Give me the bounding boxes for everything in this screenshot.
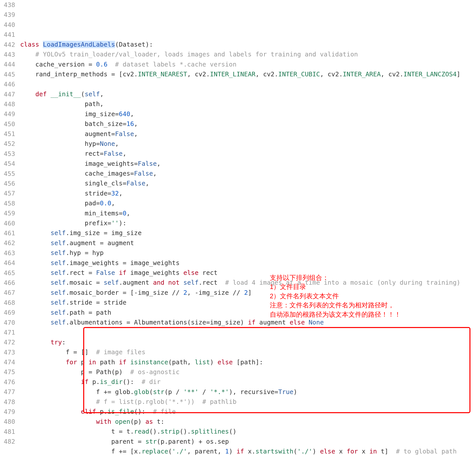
line-number: 460 [3, 218, 15, 228]
line-number: 471 [3, 328, 15, 337]
code-line[interactable]: self.mosaic_border = [-img_size // 2, -i… [20, 288, 476, 298]
code-line[interactable]: pad=0.0, [20, 198, 476, 208]
code-line[interactable]: self.hyp = hyp [20, 248, 476, 258]
code-line[interactable]: stride=32, [20, 188, 476, 198]
code-line[interactable]: parent = str(p.parent) + os.sep [20, 437, 476, 446]
line-number: 473 [3, 347, 15, 357]
code-line[interactable]: # f = list(p.rglob('*.*')) # pathlib [20, 397, 476, 407]
code-line[interactable]: prefix=''): [20, 218, 476, 228]
code-line[interactable]: self.path = path [20, 308, 476, 317]
code-line[interactable]: # YOLOv5 train_loader/val_loader, loads … [20, 49, 476, 59]
code-line[interactable]: elif p.is_file(): # file [20, 407, 476, 416]
line-number: 459 [3, 208, 15, 218]
code-line[interactable]: min_items=0, [20, 208, 476, 218]
line-number: 453 [3, 149, 15, 159]
code-line[interactable]: batch_size=16, [20, 119, 476, 129]
line-number: 480 [3, 417, 15, 427]
code-line[interactable]: for p in path if isinstance(path, list) … [20, 357, 476, 367]
line-number: 461 [3, 228, 15, 238]
line-number: 481 [3, 427, 15, 437]
code-line[interactable]: self.stride = stride [20, 298, 476, 307]
code-line[interactable]: self.image_weights = image_weights [20, 258, 476, 268]
code-line[interactable]: self.augment = augment [20, 238, 476, 248]
line-number: 438 [3, 0, 15, 10]
line-number: 439 [3, 10, 15, 20]
line-number: 467 [3, 288, 15, 298]
code-line[interactable]: f += glob.glob(str(p / '**' / '*.*'), re… [20, 387, 476, 397]
line-number: 455 [3, 169, 15, 179]
code-line[interactable]: single_cls=False, [20, 178, 476, 188]
code-line[interactable]: rand_interp_methods = [cv2.INTER_NEAREST… [20, 69, 476, 79]
code-line[interactable]: p = Path(p) # os-agnostic [20, 367, 476, 377]
line-number: 451 [3, 129, 15, 139]
code-line[interactable]: f = [] # image files [20, 347, 476, 357]
line-number: 465 [3, 268, 15, 278]
line-number: 482 [3, 437, 15, 446]
line-number: 468 [3, 298, 15, 308]
code-line[interactable]: rect=False, [20, 149, 476, 158]
code-line[interactable]: image_weights=False, [20, 159, 476, 169]
line-number: 447 [3, 89, 15, 99]
line-number: 466 [3, 278, 15, 288]
code-line[interactable]: self.img_size = img_size [20, 228, 476, 238]
line-number: 475 [3, 367, 15, 377]
code-line[interactable] [20, 327, 476, 337]
code-line[interactable]: f += [x.replace('./', parent, 1) if x.st… [20, 446, 476, 455]
code-line[interactable]: augment=False, [20, 129, 476, 139]
line-number: 452 [3, 139, 15, 149]
code-line[interactable]: cache_images=False, [20, 169, 476, 178]
line-number: 449 [3, 109, 15, 119]
line-number: 450 [3, 119, 15, 129]
line-number: 440 [3, 20, 15, 30]
code-line[interactable]: path, [20, 99, 476, 109]
code-line[interactable]: self.mosaic = self.augment and not self.… [20, 278, 476, 287]
line-number: 444 [3, 59, 15, 69]
code-line[interactable]: def __init__(self, [20, 89, 476, 99]
line-number: 442 [3, 40, 15, 50]
code-line[interactable]: self.rect = False if image_weights else … [20, 268, 476, 278]
code-line[interactable]: img_size=640, [20, 109, 476, 119]
code-line[interactable]: if p.is_dir(): # dir [20, 377, 476, 387]
line-number: 443 [3, 50, 15, 59]
line-number: 445 [3, 70, 15, 79]
code-line[interactable]: cache_version = 0.6 # dataset labels *.c… [20, 59, 476, 69]
line-number: 446 [3, 79, 15, 89]
line-number: 476 [3, 377, 15, 387]
code-line[interactable] [20, 79, 476, 89]
line-number: 469 [3, 308, 15, 317]
line-number: 472 [3, 337, 15, 347]
line-number: 448 [3, 99, 15, 109]
code-line[interactable]: t = t.read().strip().splitlines() [20, 427, 476, 436]
code-line[interactable]: class LoadImagesAndLabels(Dataset): [20, 40, 476, 49]
line-number: 463 [3, 248, 15, 258]
code-line[interactable]: try: [20, 337, 476, 347]
line-number: 464 [3, 258, 15, 268]
line-number: 454 [3, 159, 15, 169]
code-editor[interactable]: 4384394404414424434444454464474484494504… [0, 0, 476, 455]
line-number-gutter: 4384394404414424434444454464474484494504… [0, 0, 20, 455]
code-area[interactable]: 支持以下排列组合： 1）文件目录 2）文件名列表文本文件 注意：文件名列表的文件… [20, 0, 476, 455]
line-number: 474 [3, 357, 15, 367]
code-line[interactable]: self.albumentations = Albumentations(siz… [20, 317, 476, 327]
line-number: 477 [3, 387, 15, 397]
code-line[interactable]: with open(p) as t: [20, 417, 476, 427]
code-line[interactable]: hyp=None, [20, 139, 476, 149]
line-number: 478 [3, 397, 15, 407]
line-number: 479 [3, 407, 15, 417]
line-number: 441 [3, 30, 15, 40]
line-number: 458 [3, 199, 15, 208]
line-number: 470 [3, 318, 15, 328]
line-number: 462 [3, 238, 15, 248]
line-number: 457 [3, 188, 15, 198]
line-number: 456 [3, 179, 15, 188]
